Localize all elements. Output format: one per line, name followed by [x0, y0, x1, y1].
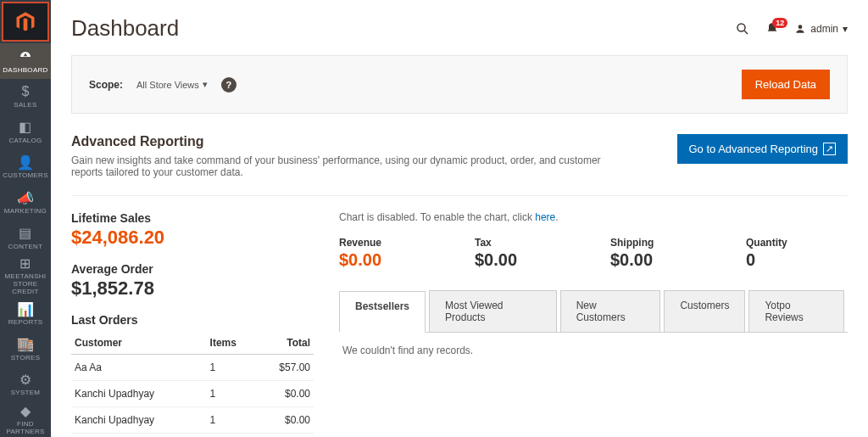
- last-orders-title: Last Orders: [71, 313, 314, 327]
- gauge-icon: [18, 48, 33, 65]
- magento-logo[interactable]: [2, 2, 49, 42]
- cell-total: $0.00: [257, 407, 314, 434]
- sidebar-item-system[interactable]: ⚙SYSTEM: [0, 367, 51, 402]
- tab-new-customers[interactable]: New Customers: [560, 290, 661, 332]
- cell-total: $57.00: [257, 355, 314, 381]
- cell-total: $0.00: [257, 434, 314, 438]
- product-tabs: Bestsellers Most Viewed Products New Cus…: [339, 290, 848, 333]
- tax-label: Tax: [475, 237, 576, 249]
- reload-data-button[interactable]: Reload Data: [742, 70, 830, 99]
- chevron-down-icon: ▾: [843, 23, 848, 35]
- average-order-value: $1,852.78: [71, 277, 314, 300]
- main-content: Dashboard 12 admin ▾ Scope:: [51, 0, 868, 437]
- advanced-reporting-text: Gain new insights and take command of yo…: [71, 154, 614, 178]
- dollar-icon: $: [21, 83, 29, 100]
- tab-most-viewed[interactable]: Most Viewed Products: [429, 290, 557, 332]
- layout-icon: ▤: [19, 225, 31, 242]
- svg-line-1: [745, 31, 748, 34]
- search-icon[interactable]: [735, 21, 750, 36]
- sidebar-item-storecredit[interactable]: ⊞MEETANSHISTORE CREDIT: [0, 255, 51, 296]
- chevron-down-icon: ▾: [203, 79, 208, 90]
- cell-items: 1: [207, 434, 257, 438]
- gear-icon: ⚙: [19, 371, 31, 388]
- table-row[interactable]: Aa Aa1$57.00: [71, 355, 314, 381]
- cell-customer: ram sita: [71, 434, 207, 438]
- megaphone-icon: 📣: [17, 189, 34, 206]
- cell-customer: Aa Aa: [71, 355, 207, 381]
- cell-total: $0.00: [257, 381, 314, 407]
- person-icon: 👤: [17, 154, 34, 171]
- user-icon: [794, 23, 806, 35]
- cell-customer: Kanchi Upadhyay: [71, 407, 207, 434]
- sidebar-item-customers[interactable]: 👤CUSTOMERS: [0, 149, 51, 185]
- svg-point-0: [737, 24, 745, 31]
- chart-disabled-message: Chart is disabled. To enable the chart, …: [339, 211, 848, 223]
- external-link-icon: ↗: [823, 143, 836, 155]
- quantity-label: Quantity: [746, 237, 848, 249]
- advanced-reporting-button[interactable]: Go to Advanced Reporting ↗: [677, 134, 849, 164]
- enable-chart-link[interactable]: here: [535, 211, 555, 223]
- col-customer: Customer: [71, 332, 207, 355]
- storecredit-icon: ⊞: [19, 255, 31, 272]
- tab-empty-message: We couldn't find any records.: [339, 333, 848, 368]
- shipping-value: $0.00: [610, 250, 712, 270]
- sidebar-item-marketing[interactable]: 📣MARKETING: [0, 185, 51, 221]
- sidebar-item-catalog[interactable]: ◧CATALOG: [0, 115, 51, 150]
- revenue-label: Revenue: [339, 237, 441, 249]
- advanced-reporting-title: Advanced Reporting: [71, 134, 614, 149]
- tab-customers[interactable]: Customers: [664, 290, 745, 332]
- sidebar-item-stores[interactable]: 🏬STORES: [0, 331, 51, 367]
- sidebar-item-content[interactable]: ▤CONTENT: [0, 220, 51, 255]
- sidebar-item-reports[interactable]: 📊REPORTS: [0, 296, 51, 332]
- store-icon: 🏬: [17, 336, 34, 353]
- notifications-badge: 12: [772, 18, 787, 28]
- cell-items: 1: [207, 355, 257, 381]
- notifications-icon[interactable]: 12: [765, 22, 779, 36]
- table-row[interactable]: Kanchi Upadhyay1$0.00: [71, 407, 314, 434]
- scope-label: Scope:: [89, 79, 123, 91]
- cell-items: 1: [207, 407, 257, 434]
- scope-select[interactable]: All Store Views ▾: [136, 79, 208, 90]
- col-items: Items: [207, 332, 257, 355]
- shipping-label: Shipping: [610, 237, 712, 249]
- box-icon: ◧: [19, 119, 31, 136]
- tab-bestsellers[interactable]: Bestsellers: [339, 291, 426, 333]
- col-total: Total: [257, 332, 314, 355]
- table-row[interactable]: ram sita1$0.00: [71, 434, 314, 438]
- lifetime-sales-value: $24,086.20: [71, 227, 314, 249]
- tax-value: $0.00: [475, 250, 576, 270]
- quantity-value: 0: [746, 250, 848, 270]
- svg-point-2: [798, 25, 803, 29]
- user-name-label: admin: [810, 23, 838, 35]
- sidebar-item-sales[interactable]: $SALES: [0, 79, 51, 115]
- bar-chart-icon: 📊: [17, 300, 34, 317]
- cell-items: 1: [207, 381, 257, 407]
- partners-icon: ◆: [20, 402, 31, 419]
- lifetime-sales-label: Lifetime Sales: [71, 211, 314, 225]
- sidebar-item-partners[interactable]: ◆FIND PARTNERS: [0, 401, 51, 437]
- page-title: Dashboard: [71, 15, 179, 42]
- table-row[interactable]: Kanchi Upadhyay1$0.00: [71, 381, 314, 407]
- help-icon[interactable]: ?: [221, 77, 236, 92]
- scope-bar: Scope: All Store Views ▾ ? Reload Data: [71, 55, 848, 114]
- average-order-label: Average Order: [71, 262, 314, 276]
- cell-customer: Kanchi Upadhyay: [71, 381, 207, 407]
- sidebar-item-dashboard[interactable]: DASHBOARD: [0, 43, 51, 79]
- last-orders-table: Customer Items Total Aa Aa1$57.00Kanchi …: [71, 332, 314, 437]
- admin-sidebar: DASHBOARD $SALES ◧CATALOG 👤CUSTOMERS 📣MA…: [0, 0, 51, 437]
- user-menu[interactable]: admin ▾: [794, 23, 848, 35]
- tab-yotpo[interactable]: Yotpo Reviews: [748, 290, 844, 332]
- revenue-value: $0.00: [339, 250, 441, 270]
